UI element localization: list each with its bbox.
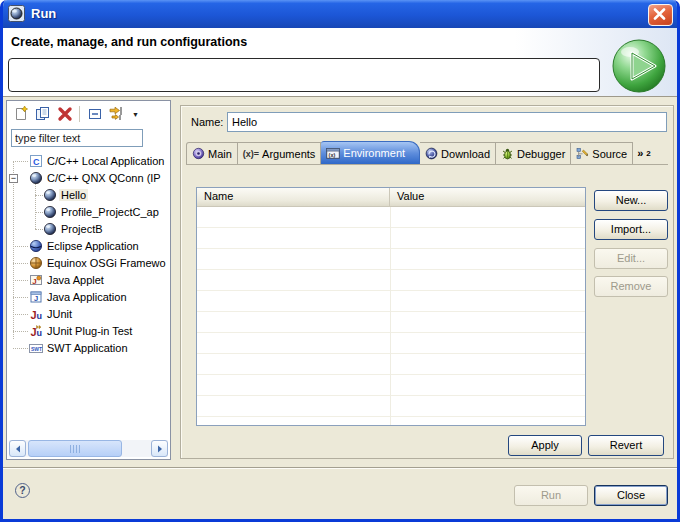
eclipse-sphere-icon xyxy=(29,239,43,253)
thumb-grip xyxy=(70,445,81,453)
import-button[interactable]: Import... xyxy=(594,219,668,240)
run-dialog: Run Create, manage, and run configuratio… xyxy=(0,0,680,522)
new-button[interactable]: New... xyxy=(594,190,668,211)
tree-item-projectb[interactable]: ProjectB xyxy=(7,221,170,238)
column-divider xyxy=(390,207,391,425)
column-header-value[interactable]: Value xyxy=(390,188,424,206)
toolbar-separator xyxy=(79,106,80,122)
tree-item-junit[interactable]: J u JUnit xyxy=(7,306,170,323)
close-icon xyxy=(653,8,666,20)
dialog-content: ▼ C C/C++ Local Application − xyxy=(3,97,677,519)
tab-main[interactable]: Main xyxy=(186,142,238,164)
banner: Create, manage, and run configurations xyxy=(3,28,677,97)
table-row xyxy=(197,375,585,396)
table-row xyxy=(197,333,585,354)
run-dialog-icon xyxy=(8,5,25,22)
titlebar[interactable]: Run xyxy=(0,0,680,28)
duplicate-configuration-button[interactable] xyxy=(34,105,52,123)
svg-text:J: J xyxy=(34,294,38,303)
table-row xyxy=(197,312,585,333)
configurations-panel: ▼ C C/C++ Local Application − xyxy=(6,100,171,460)
tree-item-cpp-local[interactable]: C C/C++ Local Application xyxy=(7,153,170,170)
main-tab-icon xyxy=(192,147,205,160)
tab-arguments[interactable]: (x)= Arguments xyxy=(238,142,321,164)
svg-text:u: u xyxy=(37,328,43,338)
svg-text:(x): (x) xyxy=(329,151,336,157)
close-window-button[interactable] xyxy=(648,4,673,26)
environment-variables-table[interactable]: Name Value xyxy=(196,187,586,426)
table-row xyxy=(197,270,585,291)
apply-button[interactable]: Apply xyxy=(508,435,582,456)
table-row xyxy=(197,354,585,375)
footer-separator xyxy=(3,467,677,469)
table-row xyxy=(197,291,585,312)
tree-item-eclipse-application[interactable]: Eclipse Application xyxy=(7,238,170,255)
arguments-tab-icon: (x)= xyxy=(243,149,259,159)
tree-item-java-application[interactable]: J Java Application xyxy=(7,289,170,306)
name-input[interactable] xyxy=(227,112,667,132)
tree-horizontal-scrollbar[interactable] xyxy=(9,440,168,457)
junit-plugin-icon: J u xyxy=(29,324,43,338)
tree-item-junit-plugin-test[interactable]: J u JUnit Plug-in Test xyxy=(7,323,170,340)
download-tab-icon xyxy=(425,147,438,160)
svg-text:C: C xyxy=(33,157,40,167)
collapse-expander[interactable]: − xyxy=(9,174,18,183)
tree-item-profile-projectc[interactable]: Profile_ProjectC_ap xyxy=(7,204,170,221)
java-application-icon: J xyxy=(29,290,43,304)
swt-application-icon: SWT xyxy=(29,341,43,355)
delete-configuration-button[interactable] xyxy=(56,105,74,123)
window-title: Run xyxy=(31,6,56,21)
run-button[interactable]: Run xyxy=(514,485,588,506)
new-configuration-button[interactable] xyxy=(12,105,30,123)
svg-text:SWT: SWT xyxy=(31,346,42,352)
tab-download[interactable]: Download xyxy=(420,142,496,164)
tree-item-qnx-qconn[interactable]: − C/C++ QNX QConn (IP xyxy=(7,170,170,187)
scroll-right-button[interactable] xyxy=(151,440,168,457)
run-wizard-icon xyxy=(610,38,668,96)
remove-button[interactable]: Remove xyxy=(594,276,668,297)
tab-source[interactable]: Source xyxy=(571,142,633,164)
table-row xyxy=(197,207,585,228)
message-area xyxy=(8,58,600,92)
table-row xyxy=(197,228,585,249)
tab-environment[interactable]: (x) Environment xyxy=(321,141,420,164)
qnx-sphere-icon xyxy=(29,171,43,185)
qnx-sphere-icon xyxy=(43,222,57,236)
tree-item-hello[interactable]: Hello xyxy=(7,187,170,204)
equinox-sphere-icon xyxy=(29,256,43,270)
junit-icon: J u xyxy=(29,307,43,321)
column-header-name[interactable]: Name xyxy=(197,188,390,206)
tree-item-swt-application[interactable]: SWT SWT Application xyxy=(7,340,170,357)
c-local-app-icon: C xyxy=(29,154,43,168)
filter-input[interactable] xyxy=(11,129,143,147)
tab-strip: Main (x)= Arguments (x) Environment xyxy=(186,141,668,165)
scroll-left-button[interactable] xyxy=(9,440,26,457)
edit-button[interactable]: Edit... xyxy=(594,248,668,269)
banner-heading: Create, manage, and run configurations xyxy=(11,35,247,49)
tab-debugger[interactable]: Debugger xyxy=(496,142,571,164)
table-header: Name Value xyxy=(197,188,585,207)
revert-button[interactable]: Revert xyxy=(588,435,664,456)
filter-menu-caret-icon[interactable]: ▼ xyxy=(132,111,139,118)
tree-item-equinox-osgi[interactable]: Equinox OSGi Framewo xyxy=(7,255,170,272)
svg-text:u: u xyxy=(37,311,43,321)
tab-overflow-chevron[interactable]: »2 xyxy=(633,142,655,164)
table-row xyxy=(197,396,585,417)
help-button[interactable]: ? xyxy=(15,483,30,498)
table-row xyxy=(197,417,585,425)
source-tab-icon xyxy=(576,147,589,160)
scroll-right-icon xyxy=(156,445,164,453)
table-body[interactable] xyxy=(197,207,585,425)
svg-text:J: J xyxy=(32,277,36,286)
filter-button[interactable] xyxy=(108,105,126,123)
configuration-editor: Name: Main (x)= Arguments xyxy=(180,105,674,459)
debugger-tab-icon xyxy=(501,147,514,160)
tree-item-java-applet[interactable]: J Java Applet xyxy=(7,272,170,289)
java-applet-icon: J xyxy=(29,273,43,287)
collapse-all-button[interactable] xyxy=(86,105,104,123)
configurations-tree[interactable]: C C/C++ Local Application − C/C++ QNX QC… xyxy=(7,153,170,439)
close-button[interactable]: Close xyxy=(594,485,668,506)
scrollbar-thumb[interactable] xyxy=(28,440,122,457)
scroll-left-icon xyxy=(14,445,22,453)
name-label: Name: xyxy=(191,116,223,128)
